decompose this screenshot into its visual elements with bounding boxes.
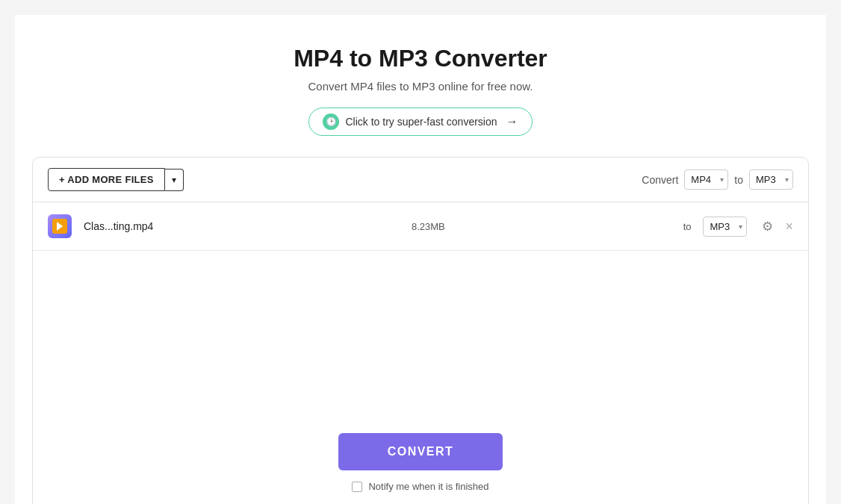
gear-icon[interactable]: ⚙: [762, 219, 773, 234]
file-name: Clas...ting.mp4: [84, 220, 173, 232]
file-size: 8.23MB: [185, 221, 671, 232]
notify-row: Notify me when it is finished: [352, 481, 488, 492]
to-format-select[interactable]: MP3: [749, 169, 793, 190]
clock-icon: 🕑: [323, 113, 339, 130]
file-format-select[interactable]: MP3: [703, 217, 747, 237]
to-word: to: [734, 174, 743, 186]
converter-toolbar: + ADD MORE FILES ▾ Convert MP4 to MP3: [33, 158, 808, 202]
page-title: MP4 to MP3 Converter: [294, 45, 547, 72]
add-files-button[interactable]: + ADD MORE FILES: [48, 168, 165, 191]
file-to-word: to: [683, 221, 692, 232]
converter-body: [33, 251, 808, 415]
promo-text: Click to try super-fast conversion: [345, 116, 497, 128]
add-files-dropdown-button[interactable]: ▾: [165, 169, 184, 191]
notify-label: Notify me when it is finished: [368, 481, 488, 492]
converter-box: + ADD MORE FILES ▾ Convert MP4 to MP3: [32, 157, 809, 504]
convert-label: Convert: [642, 174, 678, 186]
toolbar-left: + ADD MORE FILES ▾: [48, 168, 184, 191]
from-format-wrapper[interactable]: MP4: [684, 169, 728, 190]
page-subtitle: Convert MP4 files to MP3 online for free…: [308, 80, 533, 93]
close-icon[interactable]: ×: [785, 219, 793, 234]
toolbar-right: Convert MP4 to MP3: [642, 169, 793, 190]
promo-pill[interactable]: 🕑 Click to try super-fast conversion →: [308, 108, 532, 136]
file-row: Clas...ting.mp4 8.23MB to MP3 ⚙ ×: [33, 202, 808, 251]
file-format-wrapper[interactable]: MP3: [703, 217, 747, 237]
from-format-select[interactable]: MP4: [684, 169, 728, 190]
to-format-wrapper[interactable]: MP3: [749, 169, 793, 190]
notify-checkbox[interactable]: [352, 482, 362, 492]
converter-footer: CONVERT Notify me when it is finished: [33, 415, 808, 504]
promo-arrow: →: [506, 115, 518, 128]
file-type-icon: [48, 214, 72, 238]
page-wrapper: MP4 to MP3 Converter Convert MP4 files t…: [15, 15, 826, 504]
convert-button[interactable]: CONVERT: [338, 433, 503, 470]
